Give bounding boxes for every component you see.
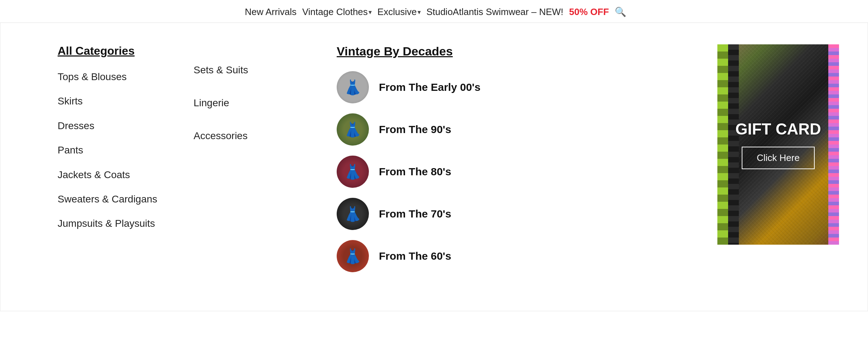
decades-title: Vintage By Decades [337, 44, 703, 58]
nav-exclusive[interactable]: Exclusive▾ [375, 6, 424, 18]
category-item-sweaters-cardigans[interactable]: Sweaters & Cardigans [58, 193, 194, 206]
decade-label-80s: From The 80's [379, 166, 451, 178]
nav-studio-atlantis[interactable]: StudioAtlantis Swimwear – NEW! [424, 6, 566, 18]
decade-thumb-90s: 👗 [337, 113, 369, 146]
category-item-tops-blouses[interactable]: Tops & Blouses [58, 70, 194, 83]
categories-column: All Categories Tops & Blouses Skirts Dre… [58, 44, 194, 282]
decade-item-80s[interactable]: 👗 From The 80's [337, 156, 703, 188]
decade-item-00s[interactable]: 👗 From The Early 00's [337, 71, 703, 103]
decade-label-00s: From The Early 00's [379, 81, 481, 93]
fabric-decoration-2 [728, 44, 739, 245]
search-icon[interactable]: 🔍 [615, 6, 626, 18]
nav-sale[interactable]: 50% OFF [566, 6, 612, 18]
decade-thumb-70s: 👗 [337, 198, 369, 230]
gift-card-image: GIFT CARD Click Here [717, 44, 839, 245]
decade-item-60s[interactable]: 👗 From The 60's [337, 240, 703, 272]
chevron-down-icon: ▾ [418, 8, 421, 16]
decade-label-90s: From The 90's [379, 123, 451, 136]
category-item-jackets-coats[interactable]: Jackets & Coats [58, 168, 194, 181]
gift-card-column: GIFT CARD Click Here [717, 44, 839, 282]
decade-thumb-00s: 👗 [337, 71, 369, 103]
all-categories-title: All Categories [58, 44, 194, 58]
nav-vintage-clothes[interactable]: Vintage Clothes▾ [299, 6, 375, 18]
category-item-accessories[interactable]: Accessories [194, 130, 315, 142]
decade-label-60s: From The 60's [379, 250, 451, 262]
decade-thumb-80s: 👗 [337, 156, 369, 188]
category-item-skirts[interactable]: Skirts [58, 95, 194, 108]
chevron-down-icon: ▾ [369, 8, 372, 16]
nav-new-arrivals[interactable]: New Arrivals [242, 6, 299, 18]
decade-label-70s: From The 70's [379, 208, 451, 220]
mega-menu: All Categories Tops & Blouses Skirts Dre… [0, 23, 868, 311]
gift-card-button[interactable]: Click Here [742, 147, 815, 169]
category-item-pants[interactable]: Pants [58, 144, 194, 157]
secondary-categories-column: Sets & Suits Lingerie Accessories [194, 44, 315, 282]
fabric-decoration-3 [828, 44, 839, 245]
category-item-sets-suits[interactable]: Sets & Suits [194, 64, 315, 76]
category-item-jumpsuits-playsuits[interactable]: Jumpsuits & Playsuits [58, 217, 194, 230]
decade-item-70s[interactable]: 👗 From The 70's [337, 198, 703, 230]
category-item-dresses[interactable]: Dresses [58, 119, 194, 132]
top-navigation: New Arrivals Vintage Clothes▾ Exclusive▾… [0, 0, 868, 23]
decade-item-90s[interactable]: 👗 From The 90's [337, 113, 703, 146]
gift-card-title: GIFT CARD [735, 120, 821, 138]
category-item-lingerie[interactable]: Lingerie [194, 97, 315, 109]
decades-column: Vintage By Decades 👗 From The Early 00's… [315, 44, 703, 282]
fabric-decoration-1 [717, 44, 728, 245]
decade-thumb-60s: 👗 [337, 240, 369, 272]
